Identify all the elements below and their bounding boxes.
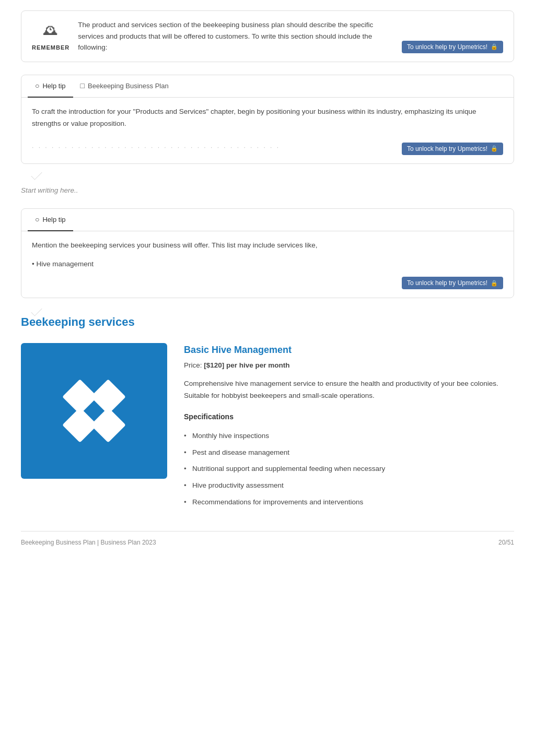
lock-icon-3: 🔒 <box>491 280 498 287</box>
helptip-card-2: ○ Help tip Mention the beekeeping servic… <box>21 208 514 298</box>
helptip-tabs-1: ○ Help tip □ Beekeeping Business Plan <box>21 75 514 98</box>
product-image <box>21 343 167 479</box>
price-label: Price: <box>184 361 202 369</box>
page-wrapper: 🕰 REMEMBER The product and services sect… <box>0 0 535 568</box>
helptip-footer-1: · · · · · · · · · · · · · · · · · · · · … <box>21 138 514 163</box>
remember-text: The product and services section of the … <box>78 19 393 53</box>
spec-item: Hive productivity assessment <box>184 477 514 494</box>
remember-icon: 🕰 <box>43 19 58 41</box>
specs-title: Specifications <box>184 411 514 422</box>
helptip-unlock-label-1: To unlock help try Upmetrics! <box>407 145 487 152</box>
product-name: Basic Hive Management <box>184 343 514 357</box>
helptip-body-1: To craft the introduction for your "Prod… <box>21 98 514 138</box>
helptip-list-item-1: • Hive management <box>21 256 514 273</box>
helptip-unlock-label-2: To unlock help try Upmetrics! <box>407 279 487 287</box>
helptip-dots-1: · · · · · · · · · · · · · · · · · · · · … <box>32 143 393 155</box>
spec-item: Monthly hive inspections <box>184 428 514 444</box>
spec-item: Pest and disease management <box>184 444 514 461</box>
product-section: Basic Hive Management Price: [$120] per … <box>21 343 514 510</box>
dropbox-logo <box>67 384 121 438</box>
tab-helptip-2[interactable]: ○ Help tip <box>28 209 73 231</box>
product-details: Basic Hive Management Price: [$120] per … <box>184 343 514 510</box>
lock-icon: 🔒 <box>491 43 498 50</box>
spec-item: Recommendations for improvements and int… <box>184 494 514 511</box>
tab-helptip-1-label: Help tip <box>42 81 65 91</box>
start-writing-placeholder[interactable]: Start writing here.. <box>21 185 514 196</box>
helptip-unlock-button-2[interactable]: To unlock help try Upmetrics! 🔒 <box>402 277 503 289</box>
tab-doc-icon: □ <box>80 80 85 91</box>
page-footer: Beekeeping Business Plan | Business Plan… <box>21 531 514 547</box>
helptip-card-1: ○ Help tip □ Beekeeping Business Plan To… <box>21 75 514 164</box>
footer-left: Beekeeping Business Plan | Business Plan… <box>21 538 156 547</box>
helptip-icon-1: ○ <box>35 80 39 91</box>
helptip-arrow-1 <box>31 169 42 180</box>
tab-helptip-1[interactable]: ○ Help tip <box>28 75 73 98</box>
tab-helptip-2-label: Help tip <box>42 215 65 225</box>
price-value: [$120] per hive per month <box>204 361 289 369</box>
product-description: Comprehensive hive management service to… <box>184 378 514 402</box>
product-price: Price: [$120] per hive per month <box>184 360 514 371</box>
diamond-4 <box>90 407 126 443</box>
helptip-body-2: Mention the beekeeping services your bus… <box>21 231 514 256</box>
remember-body-text: The product and services section of the … <box>78 21 373 51</box>
tab-beekeeping-business-plan[interactable]: □ Beekeeping Business Plan <box>73 75 176 98</box>
tab-beekeeping-label: Beekeeping Business Plan <box>88 81 169 91</box>
beekeeping-services-title: Beekeeping services <box>21 313 514 330</box>
lock-icon-2: 🔒 <box>491 145 498 152</box>
remember-icon-wrap: 🕰 REMEMBER <box>32 19 69 52</box>
helptip-icon-2: ○ <box>35 214 39 225</box>
remember-unlock-label: To unlock help try Upmetrics! <box>407 43 487 51</box>
remember-unlock-button[interactable]: To unlock help try Upmetrics! 🔒 <box>402 41 503 53</box>
helptip-list-text-1: Hive management <box>36 260 94 268</box>
helptip-tabs-2: ○ Help tip <box>21 209 514 231</box>
specs-list: Monthly hive inspectionsPest and disease… <box>184 428 514 510</box>
spec-item: Nutritional support and supplemental fee… <box>184 460 514 477</box>
remember-box: 🕰 REMEMBER The product and services sect… <box>21 10 514 62</box>
helptip-footer-2: To unlock help try Upmetrics! 🔒 <box>21 273 514 298</box>
helptip-body-text-2: Mention the beekeeping services your bus… <box>32 241 318 249</box>
helptip-body-text-1: To craft the introduction for your "Prod… <box>32 108 476 127</box>
remember-label: REMEMBER <box>32 43 69 52</box>
helptip-unlock-button-1[interactable]: To unlock help try Upmetrics! 🔒 <box>402 143 503 155</box>
footer-right: 20/51 <box>498 538 514 547</box>
